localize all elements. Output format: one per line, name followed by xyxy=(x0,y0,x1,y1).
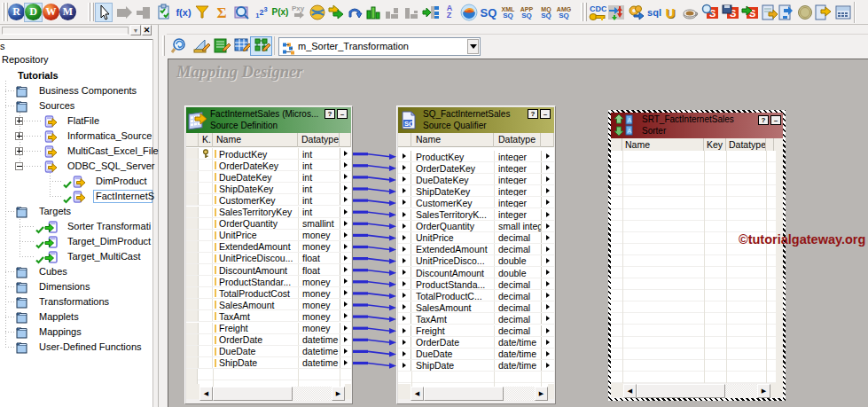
svg-text:A: A xyxy=(628,128,632,134)
svg-text:A: A xyxy=(628,117,632,123)
svg-text:SQ: SQ xyxy=(404,120,414,128)
svg-text:CDC: CDC xyxy=(590,4,606,13)
svg-text:Pxy: Pxy xyxy=(292,4,305,12)
